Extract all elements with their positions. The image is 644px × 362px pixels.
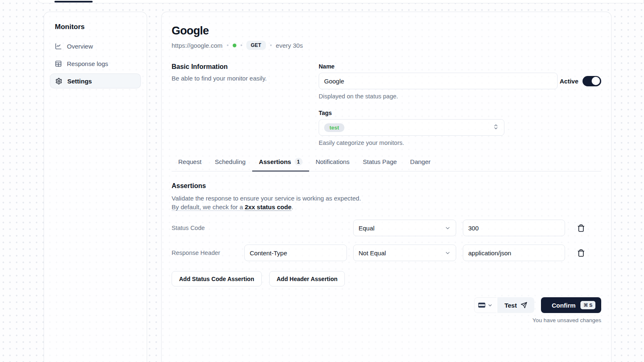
tab-request[interactable]: Request <box>172 158 208 171</box>
delete-assertion-button[interactable] <box>573 220 588 235</box>
active-label: Active <box>560 78 578 85</box>
tab-danger[interactable]: Danger <box>403 158 437 171</box>
table-icon <box>55 60 62 67</box>
trash-icon <box>577 249 585 257</box>
sidebar-title: Monitors <box>55 23 141 31</box>
operator-select[interactable]: Not Equal <box>353 245 456 261</box>
chevron-down-icon <box>487 303 493 308</box>
page: Monitors Overview Response logs Settings… <box>0 0 644 362</box>
sidebar-item-settings[interactable]: Settings <box>50 73 141 88</box>
basic-information-section: Basic Information Be able to find your m… <box>172 63 601 146</box>
tags-help-text: Easily categorize your monitors. <box>319 139 601 146</box>
tab-status-page[interactable]: Status Page <box>356 158 403 171</box>
sidebar-item-label: Settings <box>67 78 92 85</box>
tag-chip[interactable]: test <box>324 123 344 132</box>
sidebar-item-label: Response logs <box>67 60 108 67</box>
test-button-group: Test <box>474 297 534 313</box>
frequency-text: every 30s <box>276 42 303 49</box>
tags-select[interactable]: test <box>319 119 504 136</box>
separator-dot <box>270 44 272 46</box>
chevron-down-icon <box>445 225 451 231</box>
separator-dot <box>227 44 229 46</box>
sidebar-item-response-logs[interactable]: Response logs <box>50 56 141 71</box>
separator-dot <box>241 44 242 46</box>
line-chart-icon <box>55 43 62 50</box>
method-badge: GET <box>246 41 266 50</box>
assertions-description: Validate the response to ensure your ser… <box>172 194 601 211</box>
monitors-sidebar: Monitors Overview Response logs Settings <box>44 12 147 362</box>
confirm-button[interactable]: Confirm ⌘ S <box>541 297 601 313</box>
region-flag-icon <box>478 303 485 308</box>
tab-assertions[interactable]: Assertions 1 <box>252 158 309 171</box>
tab-notifications[interactable]: Notifications <box>309 158 356 171</box>
assertion-value-input[interactable] <box>463 220 565 236</box>
chevrons-up-down-icon <box>493 124 499 132</box>
assertions-section: Assertions Validate the response to ensu… <box>172 182 601 211</box>
assertions-title: Assertions <box>172 182 601 190</box>
send-icon <box>521 302 527 308</box>
status-dot <box>233 44 236 47</box>
delete-assertion-button[interactable] <box>573 245 588 260</box>
monitor-title: Google <box>172 24 601 37</box>
assertion-row-status-code: Status Code Equal <box>172 220 601 236</box>
name-label: Name <box>319 63 601 70</box>
sidebar-item-overview[interactable]: Overview <box>50 39 141 54</box>
assertion-type-label: Status Code <box>172 225 244 231</box>
active-toggle[interactable] <box>583 76 601 86</box>
gear-icon <box>55 78 62 85</box>
active-nav-indicator <box>54 1 93 2</box>
assertion-value-input[interactable] <box>463 245 565 261</box>
tab-scheduling[interactable]: Scheduling <box>208 158 252 171</box>
header-key-input[interactable] <box>244 245 347 261</box>
name-input[interactable] <box>319 73 558 89</box>
settings-tabs: Request Scheduling Assertions 1 Notifica… <box>172 158 601 171</box>
assertions-count-badge: 1 <box>295 158 302 166</box>
assertion-row-response-header: Response Header Not Equal <box>172 245 601 261</box>
unsaved-changes-note: You have unsaved changes <box>172 317 601 323</box>
basic-info-title: Basic Information <box>172 63 309 71</box>
test-button[interactable]: Test <box>497 297 534 313</box>
tags-label: Tags <box>319 110 601 116</box>
status-code-link[interactable]: 2xx status code <box>245 203 292 210</box>
add-header-assertion-button[interactable]: Add Header Assertion <box>269 271 345 286</box>
test-region-selector[interactable] <box>474 297 497 313</box>
basic-info-description: Be able to find your monitor easily. <box>172 74 309 83</box>
operator-select[interactable]: Equal <box>353 220 456 236</box>
sidebar-item-label: Overview <box>67 43 93 50</box>
monitor-url: https://google.com <box>172 42 223 49</box>
assertion-type-label: Response Header <box>172 249 244 256</box>
name-help-text: Displayed on the status page. <box>319 93 601 100</box>
monitor-settings-panel: Google https://google.com GET every 30s … <box>161 12 612 362</box>
trash-icon <box>577 224 585 232</box>
add-status-code-assertion-button[interactable]: Add Status Code Assertion <box>172 271 262 286</box>
chevron-down-icon <box>445 250 451 256</box>
keyboard-shortcut-badge: ⌘ S <box>580 301 595 309</box>
top-navbar-remnant <box>37 0 644 3</box>
monitor-meta: https://google.com GET every 30s <box>172 41 601 50</box>
